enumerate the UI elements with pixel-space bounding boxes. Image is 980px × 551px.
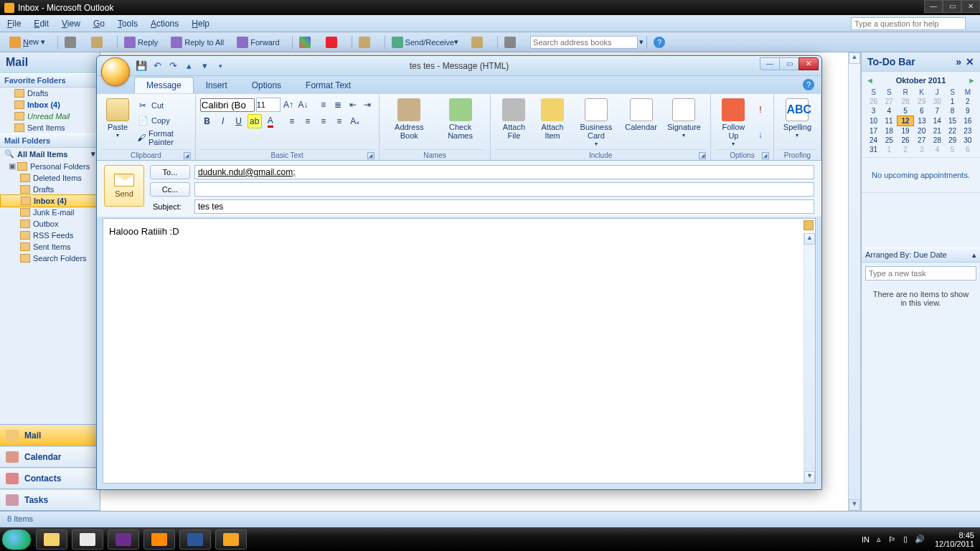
message-body[interactable]: Halooo Ratiiih :D ▲▼ (103, 218, 816, 484)
font-family-select[interactable] (200, 98, 255, 112)
calendar-day[interactable]: 4 (881, 106, 897, 116)
low-importance-button[interactable]: ↓ (753, 128, 768, 142)
font-color-button[interactable]: A (263, 114, 278, 128)
help-search-input[interactable] (851, 17, 966, 30)
indent-right-button[interactable]: ⇥ (361, 98, 374, 112)
tab-insert[interactable]: Insert (194, 77, 240, 93)
qat-next-icon[interactable]: ▾ (199, 60, 210, 72)
calendar-day[interactable]: 29 (914, 97, 930, 106)
office-button[interactable] (101, 57, 130, 86)
qat-more-icon[interactable]: ▾ (215, 60, 226, 72)
calendar-day[interactable]: 14 (930, 116, 945, 126)
highlight-button[interactable]: ab (248, 114, 262, 128)
parent-minimize-button[interactable]: — (924, 0, 943, 13)
calendar-day[interactable]: 24 (866, 136, 881, 145)
mail-folders-header[interactable]: Mail Folders (0, 133, 100, 148)
bullets-button[interactable]: ≡ (316, 98, 330, 112)
move-button[interactable] (88, 34, 108, 50)
compose-close-button[interactable]: ✕ (798, 57, 819, 70)
menu-help[interactable]: Help (192, 19, 209, 29)
basictext-dialog-launcher[interactable]: ◢ (367, 152, 374, 159)
calendar-button[interactable]: Calendar (620, 95, 662, 149)
folder-junk-icon[interactable]: Junk E-mail (0, 207, 100, 218)
menu-tools[interactable]: Tools (118, 19, 138, 29)
calendar-day[interactable]: 1 (945, 97, 960, 106)
menu-go[interactable]: Go (93, 19, 105, 29)
fav-inbox-icon[interactable]: Inbox (4) (0, 99, 100, 110)
compose-minimize-button[interactable]: — (760, 57, 780, 70)
folder-sent-icon[interactable]: Sent Items (0, 241, 100, 253)
menu-view[interactable]: View (62, 19, 80, 29)
tray-action-icon[interactable]: 🏳 (888, 535, 896, 544)
calendar-day[interactable]: 7 (930, 106, 945, 116)
tray-flag-icon[interactable]: ▵ (877, 534, 881, 544)
calendar-day[interactable]: 15 (945, 116, 960, 126)
todo-collapse-button[interactable]: » (956, 56, 961, 67)
start-button[interactable] (1, 529, 32, 550)
signature-button[interactable]: Signature▾ (662, 95, 706, 149)
nav-tasks-icon[interactable]: Tasks (0, 489, 100, 511)
folder-pf-icon[interactable]: ▣Personal Folders (0, 160, 100, 172)
shrink-font-button[interactable]: A↓ (296, 98, 310, 112)
new-button[interactable]: New ▾ (6, 34, 49, 50)
calendar-day[interactable]: 2 (960, 97, 975, 106)
calendar-day[interactable]: 20 (914, 126, 930, 136)
clear-format-button[interactable]: Aₓ (348, 114, 362, 128)
new-task-input[interactable] (865, 266, 976, 281)
move-folder-button[interactable] (355, 34, 376, 50)
font-size-select[interactable] (256, 98, 281, 112)
ribbon-help-icon[interactable]: ? (803, 79, 814, 90)
prev-month-button[interactable]: ◄ (866, 76, 874, 85)
options-dialog-launcher[interactable]: ◢ (762, 152, 769, 159)
calendar-day[interactable]: 19 (897, 126, 913, 136)
paste-button[interactable]: Paste▾ (101, 95, 134, 149)
calendar-day[interactable]: 27 (881, 97, 897, 106)
high-importance-button[interactable]: ! (753, 103, 768, 117)
check-names-button[interactable]: Check Names (435, 95, 486, 149)
nav-calendar-icon[interactable]: Calendar (0, 446, 100, 468)
calendar-day[interactable]: 25 (881, 136, 897, 145)
calendar-day[interactable]: 8 (945, 106, 960, 116)
include-dialog-launcher[interactable]: ◢ (699, 152, 706, 159)
qat-save-icon[interactable]: 💾 (136, 60, 147, 72)
nav-contacts-icon[interactable]: Contacts (0, 468, 100, 489)
tray-network-icon[interactable]: ▯ (903, 534, 908, 544)
next-month-button[interactable]: ► (968, 76, 976, 85)
calendar-day[interactable]: 5 (945, 145, 960, 154)
calendar-day[interactable]: 29 (945, 136, 960, 145)
reply-all-button[interactable]: Reply to All (167, 34, 227, 50)
calendar-day[interactable]: 6 (914, 106, 930, 116)
calendar-day[interactable]: 4 (930, 145, 945, 154)
qat-redo-icon[interactable]: ↷ (167, 60, 179, 72)
fav-drafts-icon[interactable]: Drafts (0, 88, 100, 99)
reply-button[interactable]: Reply (121, 34, 161, 50)
calendar-day[interactable]: 28 (930, 136, 945, 145)
calendar-day[interactable]: 2 (897, 145, 913, 154)
favorite-folders-header[interactable]: Favorite Folders (0, 73, 100, 88)
taskbar-yahoo-icon[interactable] (108, 529, 139, 550)
format-painter-button[interactable]: 🖌Format Painter (136, 129, 189, 146)
calendar-day[interactable]: 10 (866, 116, 881, 126)
copy-button[interactable]: 📄Copy (136, 113, 189, 128)
calendar-day[interactable]: 28 (897, 97, 913, 106)
calendar-day[interactable]: 9 (960, 106, 975, 116)
calendar-day[interactable]: 5 (897, 106, 913, 116)
to-input[interactable] (194, 165, 814, 179)
tab-message[interactable]: Message (134, 77, 194, 93)
cc-button[interactable]: Cc... (150, 182, 190, 197)
cut-button[interactable]: ✂Cut (136, 98, 189, 113)
follow-up-button[interactable]: Follow Up▾ (715, 95, 752, 149)
folder-drafts-icon[interactable]: Drafts (0, 184, 100, 195)
tray-volume-icon[interactable]: 🔊 (915, 534, 925, 544)
bold-button[interactable]: B (200, 114, 215, 128)
indent-left-button[interactable]: ⇤ (347, 98, 360, 112)
taskbar-word-icon[interactable] (179, 529, 211, 550)
calendar-day[interactable]: 30 (930, 97, 945, 106)
compose-titlebar[interactable]: 💾 ↶ ↷ ▴ ▾ ▾ tes tes - Message (HTML) — ▭… (97, 56, 821, 76)
grow-font-button[interactable]: A↑ (282, 98, 296, 112)
qat-undo-icon[interactable]: ↶ (151, 60, 163, 72)
calendar-day[interactable]: 1 (881, 145, 897, 154)
body-scrollbar[interactable]: ▲▼ (804, 233, 815, 483)
align-center-button[interactable]: ≡ (301, 114, 315, 128)
arranged-by-header[interactable]: Arranged By: Due Date▴ (862, 248, 980, 263)
